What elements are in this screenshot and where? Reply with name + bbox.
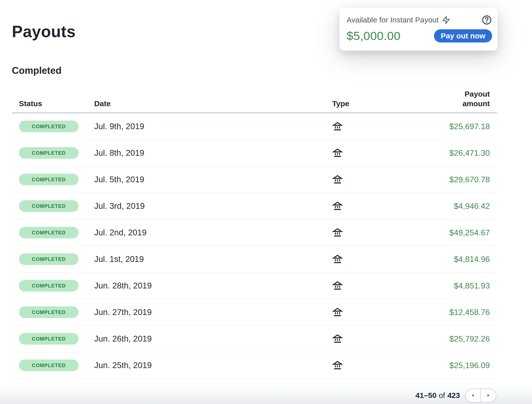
help-button[interactable]: [481, 15, 492, 25]
bank-icon: [332, 121, 343, 132]
instant-payout-label: Available for Instant Payout: [347, 16, 439, 24]
pagination: 41–50 of 423: [415, 388, 496, 403]
column-header-status: Status: [19, 99, 94, 108]
instant-payout-card-header: Available for Instant Payout: [347, 15, 492, 25]
payout-amount-cell: $4,814.96: [447, 255, 490, 264]
date-cell: Jun. 27th, 2019: [94, 307, 332, 317]
status-cell: COMPLETED: [19, 333, 94, 345]
instant-payout-card: Available for Instant Payout $5,000.00 P…: [340, 8, 498, 51]
type-cell: [332, 333, 447, 344]
table-row: COMPLETED Jun. 26th, 2019 $25,792.26: [12, 326, 497, 352]
table-row: COMPLETED Jun. 25th, 2019 $25,196.09: [12, 352, 497, 379]
type-cell: [332, 280, 447, 291]
date-cell: Jun. 28th, 2019: [94, 281, 332, 290]
payouts-page: Payouts Available for Instant Payout $5,…: [0, 0, 532, 404]
payout-amount-cell: $25,697.18: [447, 122, 490, 131]
payouts-table: Status Date Type Payout amount COMPLETED…: [12, 89, 497, 379]
arrow-left-icon: [471, 393, 475, 398]
status-badge: COMPLETED: [19, 227, 79, 238]
status-badge: COMPLETED: [19, 174, 79, 185]
status-cell: COMPLETED: [19, 200, 94, 212]
date-cell: Jul. 8th, 2019: [94, 148, 332, 158]
pay-out-now-button[interactable]: Pay out now: [434, 29, 492, 42]
available-amount: $5,000.00: [347, 29, 401, 43]
status-cell: COMPLETED: [19, 121, 94, 132]
status-badge: COMPLETED: [19, 253, 79, 265]
table-row: COMPLETED Jun. 27th, 2019 $12,458.76: [12, 299, 497, 326]
previous-page-button[interactable]: [466, 389, 481, 402]
table-header: Status Date Type Payout amount: [12, 89, 497, 113]
bank-icon: [332, 280, 343, 291]
table-row: COMPLETED Jul. 1st, 2019 $4,814.96: [12, 246, 497, 273]
pagination-of-label: of: [439, 391, 445, 400]
table-row: COMPLETED Jul. 2nd, 2019 $49,254.67: [12, 219, 497, 246]
type-cell: [332, 360, 447, 371]
status-badge: COMPLETED: [19, 121, 79, 132]
pagination-total: 423: [447, 391, 460, 400]
status-badge: COMPLETED: [19, 280, 79, 291]
payout-amount-cell: $4,946.42: [447, 201, 490, 211]
column-header-payout-amount: Payout amount: [447, 89, 490, 108]
date-cell: Jul. 2nd, 2019: [94, 228, 332, 237]
pagination-controls: [465, 389, 496, 402]
table-row: COMPLETED Jun. 28th, 2019 $4,851.93: [12, 273, 497, 299]
bank-icon: [332, 148, 343, 158]
bank-icon: [332, 254, 343, 264]
payout-amount-cell: $26,471.30: [447, 148, 490, 158]
pagination-summary: 41–50 of 423: [415, 391, 460, 400]
column-header-date: Date: [94, 99, 332, 108]
payout-amount-cell: $29,670.78: [447, 175, 490, 184]
status-cell: COMPLETED: [19, 253, 94, 265]
status-badge: COMPLETED: [19, 333, 79, 345]
arrow-right-icon: [486, 393, 491, 398]
section-heading: Completed: [12, 65, 61, 76]
table-row: COMPLETED Jul. 9th, 2019 $25,697.18: [12, 113, 497, 140]
date-cell: Jul. 9th, 2019: [94, 122, 332, 131]
payout-amount-cell: $4,851.93: [447, 281, 490, 290]
type-cell: [332, 254, 447, 264]
type-cell: [332, 148, 447, 158]
status-badge: COMPLETED: [19, 147, 79, 159]
status-cell: COMPLETED: [19, 227, 94, 238]
status-badge: COMPLETED: [19, 306, 79, 318]
date-cell: Jun. 25th, 2019: [94, 361, 332, 370]
type-cell: [332, 227, 447, 238]
status-cell: COMPLETED: [19, 280, 94, 291]
status-cell: COMPLETED: [19, 147, 94, 159]
instant-payout-card-body: $5,000.00 Pay out now: [347, 29, 492, 43]
status-cell: COMPLETED: [19, 306, 94, 318]
pagination-range: 41–50: [415, 391, 436, 400]
bank-icon: [332, 227, 343, 238]
status-badge: COMPLETED: [19, 200, 79, 212]
status-cell: COMPLETED: [19, 174, 94, 185]
type-cell: [332, 307, 447, 318]
date-cell: Jul. 1st, 2019: [94, 254, 332, 264]
bank-icon: [332, 201, 343, 211]
date-cell: Jun. 26th, 2019: [94, 334, 332, 344]
date-cell: Jul. 3rd, 2019: [94, 201, 332, 211]
next-page-button[interactable]: [481, 389, 496, 402]
table-body: COMPLETED Jul. 9th, 2019 $25,697.18 COMP…: [12, 113, 497, 379]
bank-icon: [332, 360, 343, 371]
lightning-bolt-icon: [442, 16, 450, 24]
question-mark-circle-icon: [481, 15, 492, 25]
bank-icon: [332, 333, 343, 344]
table-row: COMPLETED Jul. 5th, 2019 $29,670.78: [12, 166, 497, 193]
table-row: COMPLETED Jul. 3rd, 2019 $4,946.42: [12, 193, 497, 219]
date-cell: Jul. 5th, 2019: [94, 175, 332, 184]
bank-icon: [332, 307, 343, 318]
status-badge: COMPLETED: [19, 360, 79, 371]
type-cell: [332, 121, 447, 132]
column-header-type: Type: [332, 99, 447, 108]
payout-amount-cell: $49,254.67: [447, 228, 490, 237]
bank-icon: [332, 174, 343, 185]
type-cell: [332, 201, 447, 211]
payout-amount-cell: $12,458.76: [447, 308, 490, 317]
payout-amount-cell: $25,792.26: [447, 334, 490, 344]
table-row: COMPLETED Jul. 8th, 2019 $26,471.30: [12, 140, 497, 166]
payout-amount-cell: $25,196.09: [447, 361, 490, 370]
page-title: Payouts: [12, 22, 76, 41]
type-cell: [332, 174, 447, 185]
status-cell: COMPLETED: [19, 360, 94, 371]
